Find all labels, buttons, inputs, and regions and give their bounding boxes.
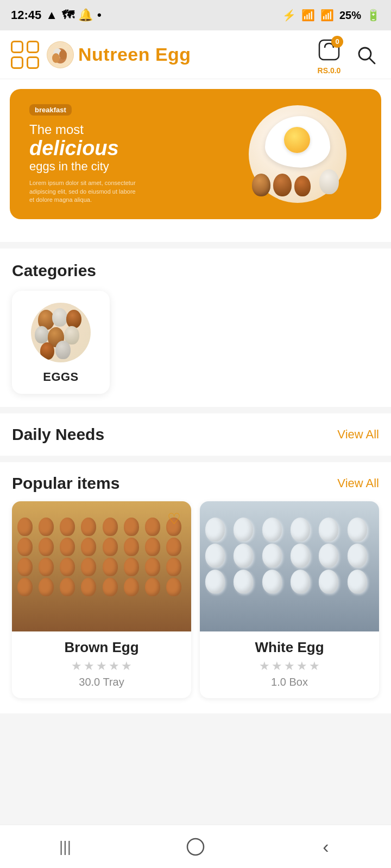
banner-dots — [10, 227, 381, 238]
brown-egg-name: Brown Egg — [64, 639, 138, 656]
svg-point-2 — [59, 50, 67, 60]
popular-items-title: Popular items — [12, 474, 119, 493]
star-5: ★ — [309, 659, 320, 673]
dot-3 — [203, 227, 208, 232]
grid-menu-icon[interactable] — [11, 41, 39, 69]
banner-left: breakfast The most delicious eggs in the… — [10, 89, 213, 219]
logo: Nutreen Egg — [47, 41, 306, 68]
white-egg-bg — [200, 501, 379, 631]
white-egg-img-wrapper — [200, 501, 379, 631]
battery-text: 25% — [339, 9, 361, 22]
nav-home-button[interactable] — [174, 831, 217, 863]
cart-badge: 0 — [331, 36, 343, 48]
alert-icon: 🔔 — [78, 8, 93, 22]
products-row: ♡ Brown Egg ★ ★ ★ ★ ★ 30.0 Tray — [12, 497, 379, 703]
white-egg-stars: ★ ★ ★ ★ ★ — [259, 659, 320, 673]
battery-icon: 🔋 — [367, 9, 380, 22]
logo-image — [47, 41, 74, 68]
star-2: ★ — [84, 659, 94, 673]
star-3: ★ — [96, 659, 107, 673]
product-white-egg[interactable]: White Egg ★ ★ ★ ★ ★ 1.0 Box — [200, 501, 379, 698]
back-icon: ‹ — [323, 836, 329, 857]
menu-icon: ||| — [59, 838, 71, 856]
white-egg-name: White Egg — [255, 639, 324, 656]
banner: breakfast The most delicious eggs in the… — [10, 89, 381, 219]
svg-point-3 — [52, 53, 60, 63]
search-button[interactable] — [352, 41, 380, 69]
brown-egg-stars: ★ ★ ★ ★ ★ — [71, 659, 132, 673]
popular-items-section: Popular items View All ♡ Brown Egg ★ — [0, 462, 391, 713]
star-4: ★ — [297, 659, 307, 673]
white-egg-unit: 1.0 Box — [271, 676, 308, 688]
category-eggs-img — [31, 303, 91, 362]
nav-menu-button[interactable]: ||| — [43, 831, 87, 863]
daily-needs-view-all[interactable]: View All — [337, 427, 379, 442]
brown-egg-unit: 30.0 Tray — [79, 676, 124, 688]
time: 12:45 — [11, 8, 41, 22]
banner-tag: breakfast — [29, 104, 72, 116]
notification-icon: 🗺 — [62, 8, 74, 22]
daily-needs-section: Daily Needs View All — [0, 413, 391, 456]
product-brown-egg[interactable]: ♡ Brown Egg ★ ★ ★ ★ ★ 30.0 Tray — [12, 501, 191, 698]
signal-icon: 📶 — [320, 9, 334, 22]
brown-egg-img-wrapper: ♡ — [12, 501, 191, 631]
status-left: 12:45 ▲ 🗺 🔔 • — [11, 8, 102, 22]
categories-row: EGGS — [12, 291, 379, 394]
dot-1 — [183, 227, 188, 232]
dot-icon: • — [97, 8, 102, 22]
svg-rect-7 — [187, 839, 204, 855]
status-bar: 12:45 ▲ 🗺 🔔 • ⚡ 📶 📶 25% 🔋 — [0, 0, 391, 30]
star-2: ★ — [272, 659, 282, 673]
category-eggs-name: EGGS — [43, 370, 79, 384]
star-5: ★ — [121, 659, 132, 673]
popular-items-view-all[interactable]: View All — [337, 476, 379, 490]
star-1: ★ — [259, 659, 270, 673]
nav-back-button[interactable]: ‹ — [304, 831, 348, 863]
star-4: ★ — [109, 659, 119, 673]
banner-section: breakfast The most delicious eggs in the… — [0, 79, 391, 242]
status-right: ⚡ 📶 📶 25% 🔋 — [282, 9, 380, 22]
category-eggs[interactable]: EGGS — [12, 291, 110, 394]
bottom-nav: ||| ‹ — [0, 825, 391, 868]
dot-2 — [193, 227, 198, 232]
categories-title: Categories — [12, 261, 379, 280]
brown-egg-favorite[interactable]: ♡ — [164, 509, 184, 528]
banner-line2: delicious — [29, 137, 197, 160]
banner-subtext: Lorem ipsum dolor sit amet, consectetur … — [29, 179, 138, 204]
popular-items-header: Popular items View All — [12, 474, 379, 493]
wifi-icon: 📶 — [301, 9, 315, 22]
location-icon: ▲ — [46, 8, 58, 22]
categories-section: Categories EGGS — [0, 248, 391, 407]
cart-price: RS.0.0 — [318, 66, 341, 75]
banner-right — [213, 89, 381, 219]
cart-button[interactable]: 0 RS.0.0 — [314, 35, 344, 75]
star-3: ★ — [284, 659, 295, 673]
daily-needs-title: Daily Needs — [12, 425, 104, 444]
svg-line-6 — [369, 58, 375, 63]
header: Nutreen Egg 0 RS.0.0 — [0, 30, 391, 79]
banner-line3: eggs in the city — [29, 159, 197, 174]
banner-line1: The most — [29, 122, 197, 137]
app-title: Nutreen Egg — [78, 44, 191, 65]
star-1: ★ — [71, 659, 82, 673]
bluetooth-icon: ⚡ — [282, 9, 296, 22]
daily-needs-header: Daily Needs View All — [12, 425, 379, 444]
